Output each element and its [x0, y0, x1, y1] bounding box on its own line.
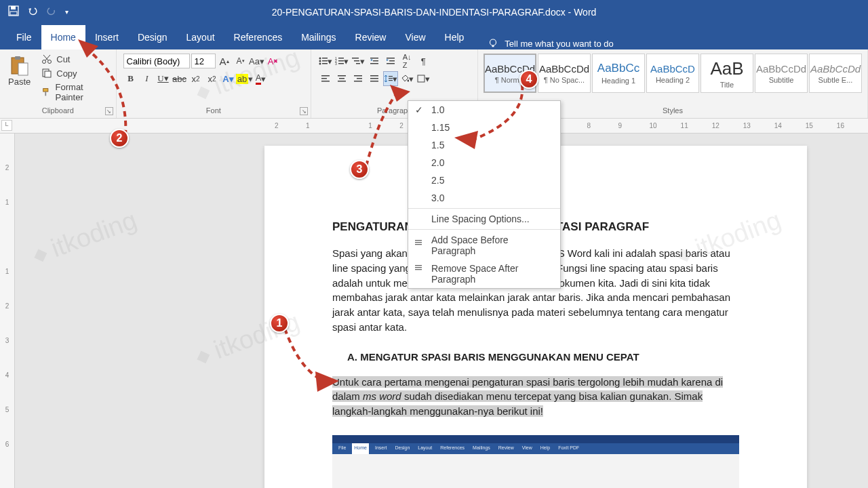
svg-rect-37: [321, 81, 330, 82]
svg-rect-57: [415, 269, 422, 270]
justify-button[interactable]: [367, 71, 382, 86]
style-heading1[interactable]: AaBbCcHeading 1: [592, 54, 645, 93]
highlight-button[interactable]: ab▾: [237, 71, 252, 86]
tell-me-search[interactable]: Tell me what you want to do: [487, 37, 613, 49]
tab-file[interactable]: File: [7, 25, 41, 49]
lightbulb-icon: [487, 37, 499, 49]
indent-icon: [386, 56, 395, 66]
multilevel-icon: [351, 56, 360, 66]
style-heading2[interactable]: AaBbCcDHeading 2: [646, 54, 699, 93]
svg-rect-42: [357, 78, 362, 79]
sort-button[interactable]: A↓Z: [399, 54, 414, 68]
svg-rect-21: [338, 58, 344, 59]
annotation-badge-4: 4: [519, 70, 538, 89]
bucket-icon: [400, 74, 409, 83]
window-title: 20-PENGATURAN-SPASI-BARIS-DAN-INDENTASI-…: [272, 7, 597, 18]
tab-layout[interactable]: Layout: [177, 25, 224, 49]
style-subtle-emphasis[interactable]: AaBbCcDdSubtle E...: [809, 54, 862, 93]
align-center-button[interactable]: [334, 71, 349, 86]
show-marks-button[interactable]: ¶: [416, 54, 431, 68]
doc-subheading-a[interactable]: A. MENGATUR SPASI BARIS MENGGUNAKAN MENU…: [347, 351, 739, 363]
vertical-ruler[interactable]: 21123456: [0, 134, 15, 488]
copy-button[interactable]: Copy: [37, 66, 111, 80]
svg-rect-4: [492, 45, 494, 47]
svg-rect-44: [370, 75, 378, 77]
numbering-button[interactable]: 123▾: [334, 54, 349, 68]
tab-insert[interactable]: Insert: [85, 25, 128, 49]
decrease-indent-button[interactable]: [367, 54, 382, 68]
spacing-option-1.0[interactable]: 1.0: [408, 101, 560, 119]
borders-button[interactable]: ▾: [416, 71, 431, 86]
font-name-select[interactable]: [123, 54, 190, 68]
svg-rect-29: [370, 58, 378, 59]
font-color-button[interactable]: A▾: [254, 71, 269, 86]
save-icon[interactable]: [8, 5, 19, 18]
multilevel-list-button[interactable]: ▾: [351, 54, 366, 68]
text-effects-button[interactable]: A▾: [221, 71, 236, 86]
svg-point-8: [43, 60, 46, 64]
clear-formatting-button[interactable]: A✖: [266, 54, 281, 68]
style-subtitle[interactable]: AaBbCcDdSubtitle: [755, 54, 808, 93]
font-dialog-launcher[interactable]: ↘: [300, 107, 308, 115]
tab-view[interactable]: View: [395, 25, 435, 49]
strikethrough-button[interactable]: abc: [172, 71, 187, 86]
tab-mailings[interactable]: Mailings: [292, 25, 345, 49]
svg-rect-19: [322, 63, 328, 64]
qat-dropdown-icon[interactable]: ▾: [65, 8, 68, 16]
tab-review[interactable]: Review: [346, 25, 396, 49]
increase-indent-button[interactable]: [383, 54, 398, 68]
svg-rect-32: [387, 58, 395, 59]
line-spacing-options[interactable]: Line Spacing Options...: [408, 210, 560, 228]
style-no-spacing[interactable]: AaBbCcDd¶ No Spac...: [538, 54, 591, 93]
svg-rect-38: [338, 75, 346, 77]
svg-rect-13: [45, 92, 47, 96]
paste-icon: [9, 55, 31, 77]
tab-home[interactable]: Home: [41, 25, 85, 49]
format-painter-button[interactable]: Format Painter: [37, 81, 111, 104]
remove-space-after[interactable]: Remove Space After Paragraph: [408, 260, 560, 288]
spacing-option-2.0[interactable]: 2.0: [408, 154, 560, 171]
svg-rect-7: [18, 63, 28, 75]
paste-button[interactable]: Paste: [4, 52, 35, 104]
subscript-button[interactable]: x2: [189, 71, 203, 86]
spacing-option-1.5[interactable]: 1.5: [408, 136, 560, 154]
spacing-option-3.0[interactable]: 3.0: [408, 189, 560, 207]
styles-gallery[interactable]: AaBbCcDd¶ Normal AaBbCcDd¶ No Spac... Aa…: [482, 52, 863, 104]
change-case-button[interactable]: Aa▾: [250, 54, 264, 68]
shrink-font-button[interactable]: A▾: [233, 54, 248, 68]
bullets-button[interactable]: ▾: [318, 54, 333, 68]
svg-rect-49: [389, 80, 393, 81]
svg-rect-11: [45, 71, 51, 77]
undo-icon[interactable]: [27, 5, 38, 18]
svg-text:3: 3: [335, 62, 337, 66]
align-left-button[interactable]: [318, 71, 333, 86]
superscript-button[interactable]: x2: [205, 71, 220, 86]
spacing-option-2.5[interactable]: 2.5: [408, 171, 560, 189]
clipboard-dialog-launcher[interactable]: ↘: [105, 107, 113, 115]
svg-rect-6: [15, 56, 20, 60]
line-spacing-button[interactable]: ▾: [383, 71, 398, 86]
doc-paragraph-2[interactable]: Untuk cara pertama mengenai pengaturan s…: [332, 375, 739, 419]
tell-me-label: Tell me what you want to do: [505, 39, 613, 49]
tab-help[interactable]: Help: [435, 25, 474, 49]
bold-button[interactable]: B: [123, 71, 138, 86]
svg-rect-54: [415, 244, 422, 245]
tab-references[interactable]: References: [224, 25, 292, 49]
redo-icon[interactable]: [46, 5, 57, 18]
annotation-badge-2: 2: [110, 129, 129, 148]
spacing-option-1.15[interactable]: 1.15: [408, 119, 560, 136]
tab-design[interactable]: Design: [128, 25, 177, 49]
add-space-before[interactable]: Add Space Before Paragraph: [408, 231, 560, 260]
underline-button[interactable]: U▾: [156, 71, 171, 86]
italic-button[interactable]: I: [140, 71, 155, 86]
paragraph-group-label: Paragraph: [377, 106, 412, 115]
align-right-button[interactable]: [351, 71, 366, 86]
cut-button[interactable]: Cut: [37, 52, 111, 66]
align-center-icon: [337, 74, 347, 83]
tab-selector[interactable]: L: [1, 120, 12, 131]
grow-font-button[interactable]: A▴: [217, 54, 232, 68]
svg-rect-53: [415, 242, 422, 243]
style-title[interactable]: AaBTitle: [701, 54, 753, 93]
shading-button[interactable]: ▾: [399, 71, 414, 86]
font-size-select[interactable]: [191, 54, 216, 68]
